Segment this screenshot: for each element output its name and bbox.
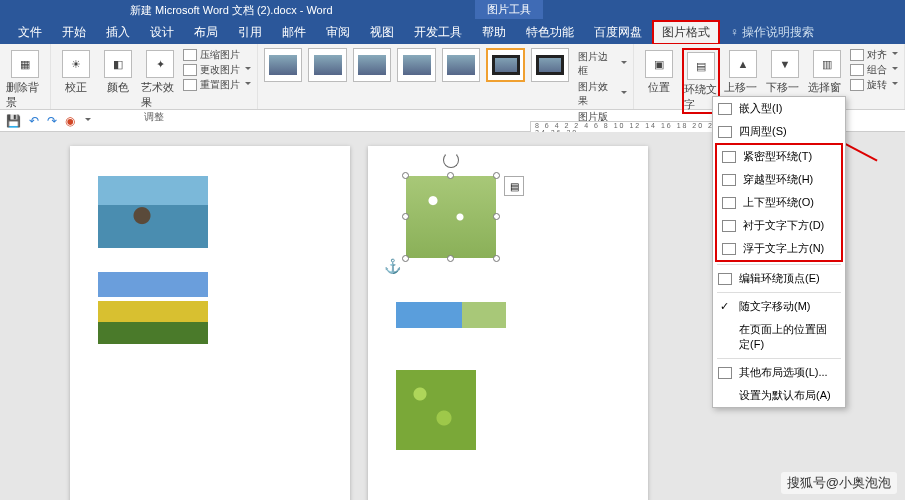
wrap-icon: ▤ [687, 52, 715, 80]
corrections-button[interactable]: ☀校正 [57, 48, 95, 95]
position-button[interactable]: ▣位置 [640, 48, 678, 95]
ribbon-adjust-group: ☀校正 ◧颜色 ✦艺术效果 压缩图片 更改图片 重置图片 调整 [51, 44, 258, 109]
dropdown-separator-2 [717, 292, 841, 293]
change-picture-button[interactable]: 更改图片 [183, 63, 251, 77]
qat-more-icon[interactable] [85, 118, 91, 124]
artistic-effects-button[interactable]: ✦艺术效果 [141, 48, 179, 110]
menu-references[interactable]: 引用 [228, 20, 272, 45]
move-with-text[interactable]: 随文字移动(M) [713, 295, 845, 318]
page-1 [70, 146, 350, 500]
window-title: 新建 Microsoft Word 文档 (2).docx - Word [130, 3, 333, 18]
layout-options-button[interactable]: ▤ [504, 176, 524, 196]
arrange-small-buttons: 对齐 组合 旋转 [850, 48, 898, 92]
ribbon-styles-group: 图片边框 图片效果 图片版式 图片样式 [258, 44, 634, 109]
wrap-topbottom[interactable]: 上下型环绕(O) [717, 191, 841, 214]
watermark: 搜狐号@小奥泡泡 [781, 472, 897, 494]
rotate-handle[interactable] [443, 152, 459, 168]
image-blossom[interactable] [406, 176, 496, 258]
menu-baidu[interactable]: 百度网盘 [584, 20, 652, 45]
picture-style-4[interactable] [397, 48, 435, 82]
more-layout-options[interactable]: 其他布局选项(L)... [713, 361, 845, 384]
menu-features[interactable]: 特色功能 [516, 20, 584, 45]
dropdown-separator-3 [717, 358, 841, 359]
wrap-front[interactable]: 浮于文字上方(N) [717, 237, 841, 260]
anchor-icon[interactable]: ⚓ [384, 258, 401, 274]
edit-wrap-points[interactable]: 编辑环绕顶点(E) [713, 267, 845, 290]
adjust-group-label: 调整 [144, 110, 164, 124]
resize-handle-r[interactable] [493, 213, 500, 220]
tell-me-search[interactable]: ♀ 操作说明搜索 [730, 24, 814, 41]
image-strip[interactable] [396, 302, 506, 328]
behind-icon [722, 220, 736, 232]
menu-file[interactable]: 文件 [8, 20, 52, 45]
image-flowers[interactable] [98, 272, 208, 344]
save-button[interactable]: 💾 [6, 114, 21, 128]
menu-review[interactable]: 审阅 [316, 20, 360, 45]
position-icon: ▣ [645, 50, 673, 78]
picture-style-5[interactable] [442, 48, 480, 82]
backward-icon: ▼ [771, 50, 799, 78]
through-icon [722, 174, 736, 186]
menu-mailings[interactable]: 邮件 [272, 20, 316, 45]
resize-handle-br[interactable] [493, 255, 500, 262]
picture-style-7[interactable] [531, 48, 569, 82]
align-button[interactable]: 对齐 [850, 48, 898, 62]
align-icon [850, 49, 864, 61]
menu-picture-format[interactable]: 图片格式 [652, 20, 720, 45]
resize-handle-bl[interactable] [402, 255, 409, 262]
picture-style-3[interactable] [353, 48, 391, 82]
redo-button[interactable]: ↷ [47, 114, 57, 128]
picture-style-2[interactable] [308, 48, 346, 82]
remove-bg-icon: ▦ [11, 50, 39, 78]
resize-handle-tr[interactable] [493, 172, 500, 179]
image-leaves[interactable] [396, 370, 476, 450]
effects-icon: ✦ [146, 50, 174, 78]
rotate-icon [850, 79, 864, 91]
powerpoint-icon[interactable]: ◉ [65, 114, 75, 128]
corrections-icon: ☀ [62, 50, 90, 78]
wrap-tight[interactable]: 紧密型环绕(T) [717, 145, 841, 168]
wrap-through[interactable]: 穿越型环绕(H) [717, 168, 841, 191]
ribbon-remove-bg: ▦ 删除背景 [0, 44, 51, 109]
menu-insert[interactable]: 插入 [96, 20, 140, 45]
rotate-button[interactable]: 旋转 [850, 78, 898, 92]
image-duck[interactable] [98, 176, 208, 248]
picture-style-6[interactable] [486, 48, 525, 82]
compress-pictures-button[interactable]: 压缩图片 [183, 48, 251, 62]
set-default-layout[interactable]: 设置为默认布局(A) [713, 384, 845, 407]
color-button[interactable]: ◧颜色 [99, 48, 137, 95]
menu-view[interactable]: 视图 [360, 20, 404, 45]
menu-layout[interactable]: 布局 [184, 20, 228, 45]
group-button[interactable]: 组合 [850, 63, 898, 77]
topbottom-icon [722, 197, 736, 209]
menu-design[interactable]: 设计 [140, 20, 184, 45]
color-icon: ◧ [104, 50, 132, 78]
wrap-square[interactable]: 四周型(S) [713, 120, 845, 143]
remove-background-button[interactable]: ▦ 删除背景 [6, 48, 44, 110]
wrap-inline[interactable]: 嵌入型(I) [713, 97, 845, 120]
reset-icon [183, 79, 197, 91]
menu-home[interactable]: 开始 [52, 20, 96, 45]
resize-handle-l[interactable] [402, 213, 409, 220]
resize-handle-t[interactable] [447, 172, 454, 179]
menu-help[interactable]: 帮助 [472, 20, 516, 45]
resize-handle-b[interactable] [447, 255, 454, 262]
more-icon [718, 367, 732, 379]
menu-devtools[interactable]: 开发工具 [404, 20, 472, 45]
fix-position[interactable]: 在页面上的位置固定(F) [713, 318, 845, 356]
picture-border-button[interactable]: 图片边框 [575, 50, 627, 78]
wrap-behind[interactable]: 衬于文字下方(D) [717, 214, 841, 237]
picture-effects-button[interactable]: 图片效果 [575, 80, 627, 108]
picture-style-1[interactable] [264, 48, 302, 82]
selection-icon: ▥ [813, 50, 841, 78]
selected-image-container[interactable]: ⚓ ▤ [406, 176, 496, 258]
dropdown-separator-1 [717, 264, 841, 265]
resize-handle-tl[interactable] [402, 172, 409, 179]
front-icon [722, 243, 736, 255]
wrap-text-dropdown: 嵌入型(I) 四周型(S) 紧密型环绕(T) 穿越型环绕(H) 上下型环绕(O)… [712, 96, 846, 408]
menu-bar: 文件 开始 插入 设计 布局 引用 邮件 审阅 视图 开发工具 帮助 特色功能 … [0, 20, 905, 44]
reset-picture-button[interactable]: 重置图片 [183, 78, 251, 92]
undo-button[interactable]: ↶ [29, 114, 39, 128]
page-2: ⚓ ▤ [368, 146, 648, 500]
group-icon [850, 64, 864, 76]
